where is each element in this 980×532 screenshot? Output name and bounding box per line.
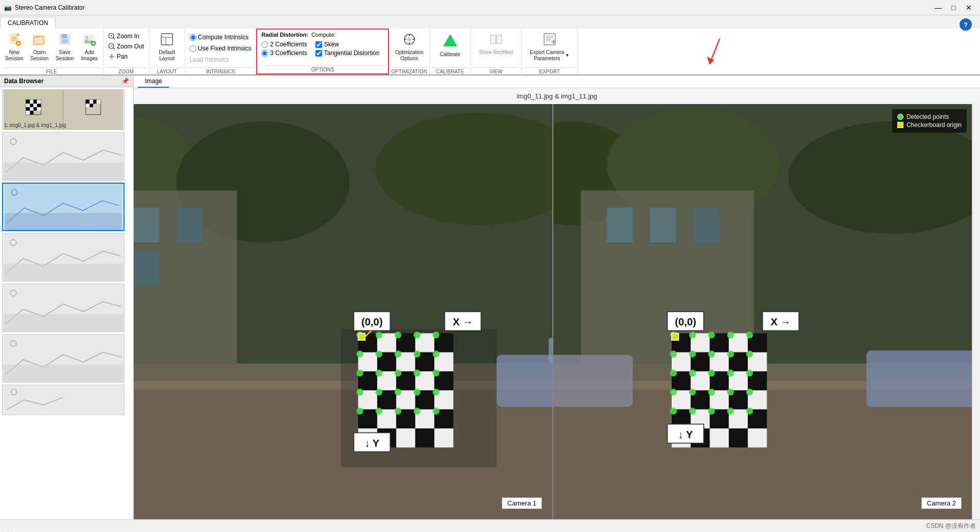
- skew-label: Skew: [324, 41, 339, 48]
- origin-dot-icon: [897, 122, 903, 128]
- skew-checkbox[interactable]: [315, 41, 322, 48]
- title-bar: 📷 Stereo Camera Calibrator — □ ✕: [0, 0, 980, 15]
- tab-image[interactable]: Image: [138, 75, 169, 88]
- add-images-button[interactable]: AddImages: [78, 31, 101, 63]
- svg-rect-184: [867, 350, 972, 407]
- add-images-label: AddImages: [81, 49, 98, 62]
- show-rectified-button[interactable]: Show Rectified: [476, 31, 516, 57]
- minimize-button[interactable]: —: [931, 2, 945, 13]
- svg-rect-213: [729, 428, 748, 447]
- image-thumb-7[interactable]: [2, 385, 125, 415]
- image-thumb-2[interactable]: [2, 132, 125, 181]
- svg-rect-165: [358, 333, 365, 340]
- content-area: Image img0_11.jpg & img1_11.jpg: [134, 75, 980, 519]
- r2-radio-label[interactable]: 2 Coefficients: [261, 41, 307, 48]
- r3-radio-label[interactable]: 3 Coefficients: [261, 49, 307, 57]
- svg-point-31: [407, 37, 411, 41]
- image-thumb-1-label: 1: img0_1.jpg & img1_1.jpg: [4, 122, 66, 128]
- optimization-options-button[interactable]: OptimizationOptions: [392, 31, 427, 63]
- zoom-buttons: Zoom In Zoom Out Pan: [106, 31, 146, 66]
- svg-rect-27: [161, 34, 173, 45]
- camera1-view: (0,0) X → ↓ Y Camera 1: [134, 104, 552, 519]
- help-button[interactable]: ?: [960, 18, 972, 31]
- svg-rect-64: [37, 107, 41, 111]
- zoom-out-label: Zoom Out: [117, 43, 144, 50]
- pan-button[interactable]: Pan: [106, 52, 130, 61]
- intrinsics-options: Compute Intrinsics Use Fixed Intrinsics …: [187, 31, 254, 66]
- svg-rect-100: [134, 208, 159, 243]
- svg-point-227: [708, 370, 715, 377]
- sidebar-content: 1: img0_1.jpg & img1_1.jpg: [0, 87, 133, 519]
- sidebar-title: Data Browser: [4, 78, 43, 85]
- svg-rect-66: [30, 111, 34, 115]
- svg-point-236: [689, 408, 696, 415]
- tangential-checkbox[interactable]: [315, 50, 322, 57]
- zoom-in-button[interactable]: Zoom In: [106, 32, 142, 41]
- svg-point-151: [376, 370, 383, 377]
- svg-point-223: [727, 350, 734, 358]
- image-thumb-1[interactable]: 1: img0_1.jpg & img1_1.jpg: [2, 89, 125, 130]
- image-thumb-6[interactable]: [2, 334, 125, 383]
- new-session-button[interactable]: NewSession: [2, 31, 27, 63]
- svg-rect-65: [26, 111, 30, 115]
- close-button[interactable]: ✕: [962, 2, 976, 13]
- file-buttons: NewSession OpenSession SaveSession AddIm…: [2, 31, 101, 66]
- default-layout-icon: [160, 32, 174, 49]
- sidebar-pin-icon[interactable]: 📌: [121, 78, 129, 85]
- export-icon: [543, 32, 557, 49]
- sidebar: Data Browser 📌: [0, 75, 134, 519]
- fixed-radio-input[interactable]: [190, 45, 197, 52]
- svg-point-153: [413, 370, 421, 377]
- svg-point-228: [727, 370, 734, 377]
- svg-point-159: [433, 389, 440, 396]
- svg-point-160: [356, 408, 363, 415]
- maximize-button[interactable]: □: [946, 2, 961, 13]
- image-thumb-3[interactable]: [2, 183, 125, 231]
- svg-rect-71: [96, 100, 101, 104]
- zoom-out-button[interactable]: Zoom Out: [106, 42, 146, 51]
- calibrate-buttons: Calibrate: [437, 31, 463, 66]
- status-right: CSDN @没有作者: [926, 522, 976, 530]
- group-optimization: OptimizationOptions OPTIMIZATION: [389, 29, 430, 74]
- group-file: NewSession OpenSession SaveSession AddIm…: [0, 29, 104, 74]
- optimization-buttons: OptimizationOptions: [392, 31, 427, 66]
- svg-rect-70: [93, 100, 97, 104]
- fixed-intrinsics-radio[interactable]: Use Fixed Intrinsics: [187, 44, 254, 53]
- svg-point-149: [433, 350, 440, 358]
- svg-point-229: [746, 370, 753, 377]
- right-scrollbar[interactable]: [972, 104, 980, 519]
- r2-radio-input[interactable]: [261, 41, 268, 48]
- open-session-button[interactable]: OpenSession: [28, 31, 52, 63]
- svg-point-161: [376, 408, 383, 415]
- bottom-scroll-arrows[interactable]: ◄ ►: [4, 530, 16, 533]
- tangential-check-label[interactable]: Tangential Distortion: [315, 49, 380, 57]
- calibrate-button[interactable]: Calibrate: [437, 31, 463, 59]
- svg-point-26: [111, 56, 113, 58]
- svg-point-239: [746, 408, 753, 415]
- calibrate-group-label: CALIBRATE: [432, 67, 468, 74]
- image-thumb-5[interactable]: [2, 284, 125, 332]
- svg-rect-137: [396, 428, 415, 447]
- svg-rect-69: [90, 100, 93, 104]
- export-label: Export CameraParameters: [530, 49, 564, 62]
- content-tabs: Image: [134, 75, 980, 88]
- file-group-label: FILE: [2, 67, 101, 74]
- save-session-button[interactable]: SaveSession: [53, 31, 77, 63]
- radial-title: Radial Distortion:: [261, 32, 308, 38]
- svg-point-238: [727, 408, 734, 415]
- tangential-label: Tangential Distortion: [324, 49, 380, 57]
- tab-calibration[interactable]: CALIBRATION: [0, 17, 56, 29]
- app-icon: 📷: [4, 4, 12, 11]
- svg-rect-83: [4, 264, 124, 281]
- default-layout-button[interactable]: DefaultLayout: [156, 31, 178, 63]
- image-thumb-4[interactable]: [2, 233, 125, 282]
- svg-rect-2: [17, 34, 19, 36]
- export-params-button[interactable]: Export CameraParameters ▼: [527, 31, 572, 63]
- compute-radio-input[interactable]: [190, 34, 197, 41]
- r3-radio-input[interactable]: [261, 50, 268, 57]
- compute-intrinsics-radio[interactable]: Compute Intrinsics: [187, 33, 251, 42]
- svg-point-150: [356, 370, 363, 377]
- compute-label: Compute Intrinsics: [198, 34, 249, 41]
- red-arrow-annotation: [679, 34, 730, 76]
- skew-check-label[interactable]: Skew: [315, 41, 380, 48]
